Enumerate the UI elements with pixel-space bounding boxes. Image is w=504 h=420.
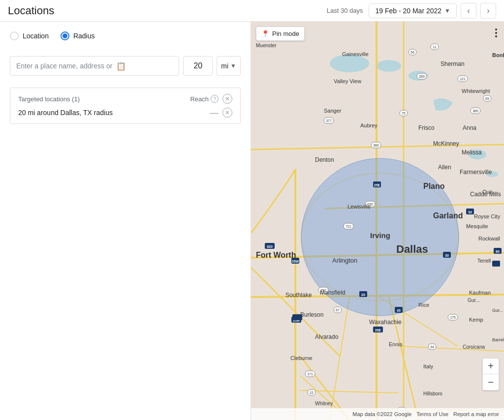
targeted-title: Targeted locations (1) (18, 95, 80, 103)
map-zoom-controls: + − (482, 358, 499, 390)
radius-radio-label: Radius (73, 32, 95, 40)
unit-select[interactable]: mi ▼ (217, 56, 241, 76)
map-more-button[interactable] (493, 27, 499, 39)
pin-mode-button[interactable]: 📍 Pin mode (256, 27, 305, 41)
targeted-close-button[interactable]: ✕ (222, 94, 232, 104)
svg-text:Plano: Plano (423, 182, 445, 190)
radio-group: Location Radius (10, 31, 241, 40)
more-dot-2 (495, 32, 497, 34)
svg-text:Rice: Rice (418, 302, 429, 308)
zoom-in-button[interactable]: + (483, 359, 499, 374)
svg-text:Aubrey: Aubrey (360, 122, 378, 128)
svg-text:30: 30 (468, 210, 472, 214)
chevron-down-icon: ▼ (444, 7, 450, 14)
svg-text:Melissa: Melissa (462, 149, 482, 156)
svg-text:Royse City: Royse City (474, 213, 501, 219)
svg-point-2 (377, 60, 401, 72)
svg-text:Corsicana: Corsicana (463, 344, 485, 350)
reach-container: Reach ? (190, 95, 219, 103)
svg-text:Terrell: Terrell (477, 258, 491, 264)
svg-text:Valley View: Valley View (334, 78, 361, 84)
svg-text:35E: 35E (374, 183, 380, 187)
search-input-row: Enter a place name, address or 📋 mi ▼ (10, 56, 241, 76)
prev-arrow-button[interactable]: ‹ (461, 3, 476, 19)
svg-text:Waxahachie: Waxahachie (369, 319, 402, 326)
map-footer: Map data ©2022 Google Terms of Use Repor… (251, 408, 504, 420)
place-input-placeholder: Enter a place name, address or (16, 62, 112, 70)
svg-text:Barrel: Barrel (492, 337, 504, 342)
location-radio-option[interactable]: Location (10, 31, 49, 40)
svg-text:Gainesville: Gainesville (342, 51, 369, 57)
svg-text:56: 56 (410, 51, 414, 54)
zoom-out-button[interactable]: − (483, 374, 499, 390)
location-text: 20 mi around Dallas, TX radius (18, 109, 113, 117)
location-minus-button[interactable]: — (210, 108, 219, 117)
svg-text:Dallas: Dallas (396, 243, 428, 255)
svg-text:Alvarado: Alvarado (315, 333, 339, 340)
svg-text:Sanger: Sanger (324, 108, 342, 114)
svg-text:69: 69 (485, 97, 489, 100)
svg-text:Burleson: Burleson (300, 311, 323, 318)
pin-icon: 📍 (261, 30, 269, 37)
report-map-error-link[interactable]: Report a map error (453, 411, 499, 417)
radius-input[interactable] (183, 56, 213, 76)
svg-text:289: 289 (419, 75, 425, 78)
svg-text:34: 34 (430, 345, 434, 349)
svg-text:Muenster: Muenster (256, 43, 277, 48)
svg-text:11: 11 (433, 45, 437, 49)
svg-text:35E: 35E (375, 329, 381, 332)
svg-text:Fort Worth: Fort Worth (256, 251, 296, 259)
location-close-button[interactable]: ✕ (222, 108, 232, 118)
svg-text:Lewisville: Lewisville (347, 204, 371, 210)
main-content: Location Radius Enter a place name, addr… (0, 22, 504, 420)
right-arrow-icon: › (487, 6, 489, 15)
svg-text:Irving: Irving (370, 231, 390, 240)
reach-info-icon[interactable]: ? (211, 95, 219, 103)
svg-text:Bonham: Bonham (492, 52, 504, 58)
date-range-button[interactable]: 19 Feb - 20 Mar 2022 ▼ (369, 3, 457, 18)
map-container: 35E 35W 20 30 45 380 289 377 635 (251, 22, 504, 420)
svg-text:721: 721 (346, 225, 351, 228)
svg-text:Garland: Garland (433, 211, 463, 220)
svg-text:Whitney: Whitney (315, 401, 333, 406)
svg-text:820: 820 (267, 245, 273, 248)
svg-text:30: 30 (445, 254, 449, 257)
next-arrow-button[interactable]: › (480, 3, 496, 19)
map-svg: 35E 35W 20 30 45 380 289 377 635 (251, 22, 504, 420)
svg-text:Denton: Denton (315, 156, 334, 163)
left-arrow-icon: ‹ (467, 6, 470, 15)
svg-text:Mesquite: Mesquite (466, 223, 488, 229)
place-input-field[interactable]: Enter a place name, address or 📋 (10, 56, 179, 76)
svg-text:Gur...: Gur... (492, 308, 503, 313)
date-range-label: Last 30 days (327, 7, 363, 14)
more-dot-3 (495, 35, 497, 37)
location-radio-circle[interactable] (10, 31, 19, 40)
svg-text:Anna: Anna (463, 124, 476, 131)
svg-text:20: 20 (361, 293, 365, 297)
unit-value: mi (221, 62, 228, 70)
reach-label-text: Reach (190, 95, 209, 103)
svg-text:Quir...: Quir... (482, 189, 497, 195)
svg-text:171: 171 (307, 372, 313, 376)
svg-text:Sherman: Sherman (441, 60, 465, 67)
svg-text:McKinney: McKinney (433, 140, 459, 147)
svg-text:Mansfield: Mansfield (320, 289, 345, 296)
header-controls: Last 30 days 19 Feb - 20 Mar 2022 ▼ ‹ › (327, 3, 496, 19)
map-pin-icon: 📋 (116, 61, 126, 71)
radius-radio-circle[interactable] (61, 31, 69, 40)
svg-text:Italy: Italy (423, 363, 434, 369)
radius-radio-option[interactable]: Radius (61, 31, 95, 40)
svg-text:75: 75 (402, 112, 406, 115)
svg-text:35W: 35W (292, 260, 299, 263)
location-radio-label: Location (23, 32, 49, 40)
svg-text:Farmersville: Farmersville (460, 169, 492, 176)
location-row: 20 mi around Dallas, TX radius — ✕ (18, 108, 232, 118)
pin-mode-label: Pin mode (272, 30, 299, 37)
svg-text:Kaufman: Kaufman (469, 290, 491, 296)
more-dot-1 (495, 29, 497, 30)
svg-text:380: 380 (472, 109, 478, 113)
map-data-label: Map data ©2022 Google (352, 411, 411, 417)
svg-text:Frisco: Frisco (418, 124, 435, 131)
svg-text:Kemp: Kemp (469, 317, 483, 323)
terms-of-use-link[interactable]: Terms of Use (416, 411, 448, 417)
